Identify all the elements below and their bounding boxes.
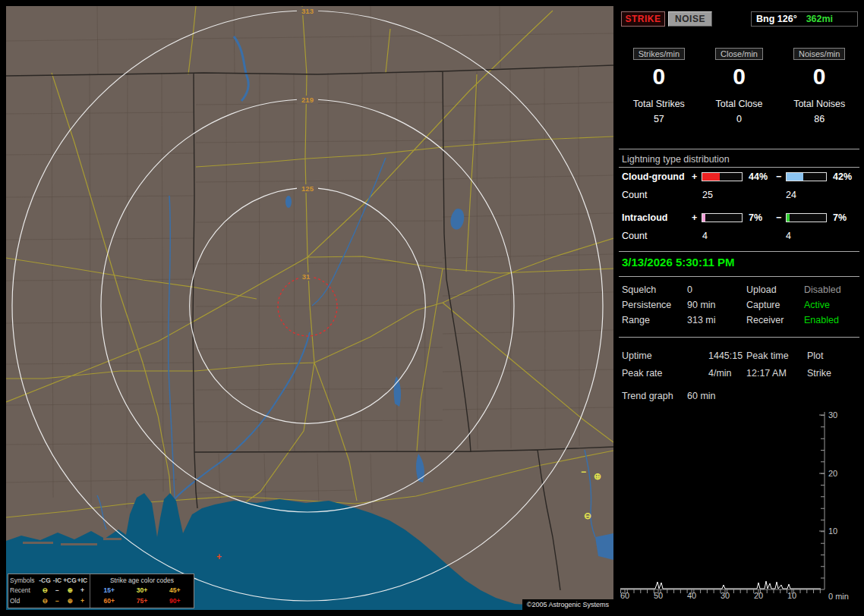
control-panel: STRIKE NOISE Bng 126° 362mi Strikes/min … <box>619 6 859 610</box>
cg-plus-bar <box>702 172 743 181</box>
cloud-ground-label: Cloud-ground <box>622 171 692 182</box>
ic-minus-bar <box>786 213 827 222</box>
uptime-label: Uptime <box>622 350 708 361</box>
legend-col-header: -IC <box>52 577 63 584</box>
neg-ic-icon: − <box>52 597 63 605</box>
y-tick-label: 10 <box>828 526 837 536</box>
trend-graph-label: Trend graph <box>622 391 687 401</box>
noise-toggle-button[interactable]: NOISE <box>668 11 712 27</box>
ic-minus-pct: 7% <box>830 212 859 223</box>
x-tick-label: 30 <box>721 591 730 600</box>
stats-row: Peak rate 4/min 12:17 AM Strike <box>619 368 859 379</box>
minus-sign: − <box>776 212 786 223</box>
x-tick-label: 60 <box>620 591 629 600</box>
origin-label: 0 min <box>828 592 849 601</box>
neg-cg-icon: ⊖ <box>38 586 52 594</box>
legend-row-label: Recent <box>10 586 38 594</box>
peak-time-value: 12:17 AM <box>746 368 807 379</box>
intracloud-row: Intracloud + 7% − 7% <box>619 212 859 224</box>
x-tick-label: 50 <box>654 591 663 600</box>
y-tick-label: 20 <box>828 469 837 478</box>
count-label: Count <box>622 231 702 241</box>
close-per-min-value: 0 <box>699 65 780 88</box>
age-code: 60+ <box>93 597 125 605</box>
age-code: 90+ <box>159 597 191 605</box>
squelch-value: 0 <box>687 284 746 295</box>
plus-sign: + <box>692 212 702 223</box>
cg-minus-pct: 42% <box>830 171 859 182</box>
total-strikes-label: Total Strikes <box>619 99 699 109</box>
ic-plus-bar <box>702 213 743 222</box>
ic-plus-pct: 7% <box>746 212 776 223</box>
ic-plus-count: 4 <box>702 231 786 241</box>
legend-symbols-table: Symbols -CG -IC +CG +IC Recent ⊖ − ⊕ + O… <box>8 574 90 608</box>
persistence-value: 90 min <box>687 300 746 310</box>
x-tick-label: 40 <box>687 591 696 600</box>
total-close-label: Total Close <box>699 99 780 109</box>
legend-row-label: Old <box>10 597 38 605</box>
trend-axes <box>620 412 825 594</box>
trend-header-row: Trend graph 60 min <box>619 391 859 401</box>
peak-rate-label: Peak rate <box>622 368 708 379</box>
age-code: 45+ <box>159 586 191 594</box>
copyright-notice: ©2005 Astrogenic Systems <box>522 599 613 610</box>
settings-row: Range 313 mi Receiver Enabled <box>619 315 859 325</box>
section-divider <box>619 149 859 149</box>
pos-cg-icon: ⊕ <box>63 597 77 605</box>
noises-per-min-value: 0 <box>779 65 859 88</box>
plot-label: Plot <box>807 350 859 361</box>
capture-label: Capture <box>746 300 804 310</box>
neg-ic-icon: − <box>52 586 63 594</box>
strike-marker: − <box>581 467 586 476</box>
minus-sign: − <box>776 171 786 182</box>
legend-age-table: Strike age color codes 15+ 30+ 45+ 60+ 7… <box>90 574 194 608</box>
rate-values: 0 0 0 <box>619 65 859 88</box>
ic-minus-count: 4 <box>786 231 859 241</box>
legend-col-header: -CG <box>38 577 52 584</box>
bearing-readout: Bng 126° 362mi <box>751 11 858 27</box>
strike-marker: + <box>216 552 222 561</box>
distribution-title: Lightning type distribution <box>622 154 730 165</box>
section-divider <box>619 251 859 252</box>
rate-headers: Strikes/min Close/min Noises/min <box>619 48 859 60</box>
upload-status: Disabled <box>804 284 859 295</box>
strike-toggle-button[interactable]: STRIKE <box>621 11 665 27</box>
age-code: 15+ <box>93 586 125 594</box>
cg-plus-count: 25 <box>702 190 786 200</box>
cloud-ground-row: Cloud-ground + 44% − 42% <box>619 171 859 183</box>
app-window: 313 219 125 31 + − ⊕ ⊖ Symbols -CG -IC +… <box>0 0 864 616</box>
strike-marker: ⊕ <box>594 472 601 481</box>
age-code: 75+ <box>125 597 158 605</box>
total-values: 57 0 86 <box>619 114 859 124</box>
peak-time-label: Peak time <box>746 350 807 361</box>
cg-minus-bar-fill <box>787 173 803 181</box>
strikes-per-min-value: 0 <box>619 65 699 88</box>
close-per-min-label: Close/min <box>715 48 763 60</box>
persistence-label: Persistence <box>622 300 687 310</box>
y-tick-label: 30 <box>828 410 837 420</box>
map-graphics: 313 219 125 31 <box>6 6 613 610</box>
ic-minus-bar-fill <box>787 214 790 222</box>
intracloud-label: Intracloud <box>622 212 692 223</box>
noises-per-min-label: Noises/min <box>793 48 845 60</box>
cg-plus-pct: 44% <box>746 171 776 182</box>
intracloud-count-row: Count 4 4 <box>619 231 859 241</box>
title-underline <box>619 167 859 168</box>
settings-row: Squelch 0 Upload Disabled <box>619 284 859 295</box>
pos-cg-icon: ⊕ <box>63 586 77 594</box>
neg-cg-icon: ⊖ <box>38 597 52 605</box>
legend-col-header: +CG <box>63 577 77 584</box>
receiver-label: Receiver <box>746 315 804 325</box>
total-strikes-value: 57 <box>619 114 699 124</box>
total-labels: Total Strikes Total Close Total Noises <box>619 99 859 109</box>
strikes-per-min-label: Strikes/min <box>633 48 685 60</box>
range-label: Range <box>622 315 687 325</box>
cg-plus-bar-fill <box>702 173 720 181</box>
map-canvas[interactable]: 313 219 125 31 + − ⊕ ⊖ Symbols -CG -IC +… <box>6 6 613 610</box>
distance-value: 362mi <box>806 14 833 24</box>
range-ring-label: 313 <box>301 7 314 15</box>
ic-plus-bar-fill <box>702 214 705 222</box>
pos-ic-icon: + <box>77 597 88 605</box>
x-tick-label: 20 <box>754 591 763 600</box>
plot-value: Strike <box>807 368 859 379</box>
